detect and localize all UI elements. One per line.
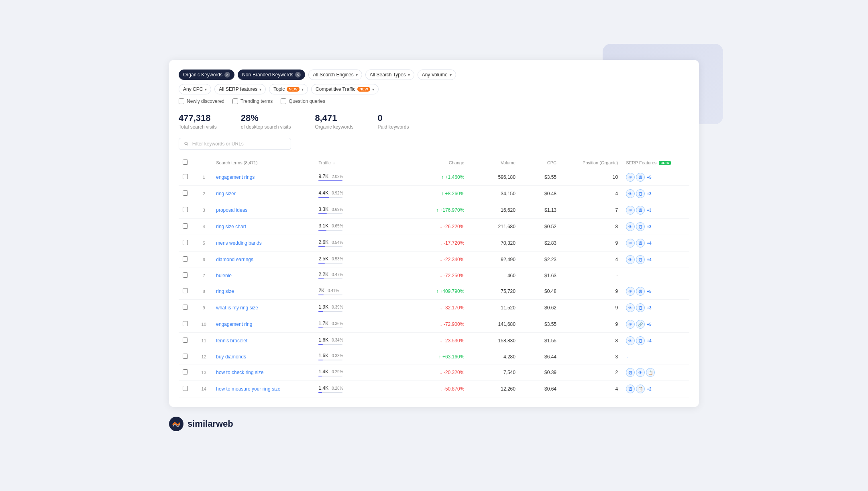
close-icon[interactable]: ✕: [295, 72, 301, 78]
filter-non-branded[interactable]: Non-Branded Keywords ✕: [238, 70, 305, 80]
chevron-down-icon: ▾: [302, 87, 304, 92]
col-header-serp[interactable]: SERP Features BETA: [622, 156, 689, 169]
serp-more: +3: [647, 306, 651, 310]
keyword-link[interactable]: ring size: [216, 288, 234, 294]
image-icon: 🖼: [626, 385, 635, 393]
row-checkbox[interactable]: [183, 256, 188, 262]
traffic-pct: 0.29%: [332, 370, 343, 374]
keyword-link[interactable]: proposal ideas: [216, 207, 247, 213]
row-checkbox-cell[interactable]: [179, 186, 196, 202]
col-header-cpc[interactable]: CPC: [520, 156, 560, 169]
filter-label: Any CPC: [183, 86, 203, 92]
traffic-bar-fill: [318, 278, 324, 279]
col-header-keyword[interactable]: Search terms (8,471): [212, 156, 314, 169]
cpc-value: $3.55: [544, 174, 556, 180]
keyword-link[interactable]: engagement ring: [216, 321, 252, 327]
keyword-link[interactable]: engagement rings: [216, 174, 255, 180]
row-checkbox-cell[interactable]: [179, 219, 196, 235]
row-keyword[interactable]: how to measure your ring size: [212, 381, 314, 397]
row-number: 8: [196, 283, 212, 300]
filter-all-search-engines[interactable]: All Search Engines ▾: [308, 70, 362, 80]
row-keyword[interactable]: diamond earrings: [212, 252, 314, 268]
volume-value: 12,260: [501, 386, 516, 392]
filter-competitive-traffic[interactable]: Competitive Traffic NEW ▾: [311, 84, 379, 94]
question-queries-checkbox[interactable]: [281, 98, 286, 104]
row-checkbox[interactable]: [183, 240, 188, 245]
row-keyword[interactable]: engagement ring: [212, 316, 314, 333]
row-keyword[interactable]: buy diamonds: [212, 349, 314, 364]
row-keyword[interactable]: how to check ring size: [212, 364, 314, 381]
row-checkbox-cell[interactable]: [179, 333, 196, 349]
filter-all-search-types[interactable]: All Search Types ▾: [365, 70, 414, 80]
row-keyword[interactable]: tennis bracelet: [212, 333, 314, 349]
filter-all-serp[interactable]: All SERP features ▾: [214, 84, 266, 94]
change-value: ↑ +1.460%: [441, 174, 464, 180]
keyword-link[interactable]: how to check ring size: [216, 370, 263, 375]
col-header-position[interactable]: Position (Organic): [560, 156, 622, 169]
row-checkbox-cell[interactable]: [179, 268, 196, 283]
filter-any-volume[interactable]: Any Volume ▾: [418, 70, 456, 80]
close-icon[interactable]: ✕: [224, 72, 230, 78]
table-row: 8 ring size 2K 0.41% ↑ +409.790% 75,720 …: [179, 283, 689, 300]
row-cpc: $3.55: [520, 316, 560, 333]
col-header-traffic[interactable]: Traffic ↓: [314, 156, 407, 169]
row-checkbox-cell[interactable]: [179, 169, 196, 186]
row-checkbox-cell[interactable]: [179, 300, 196, 316]
col-header-volume[interactable]: Volume: [468, 156, 520, 169]
row-checkbox[interactable]: [183, 386, 188, 391]
row-checkbox[interactable]: [183, 288, 188, 293]
keyword-link[interactable]: ring size chart: [216, 224, 246, 229]
keyword-link[interactable]: buy diamonds: [216, 354, 246, 360]
checkbox-trending-terms[interactable]: Trending terms: [232, 98, 273, 104]
row-checkbox[interactable]: [183, 305, 188, 310]
filter-organic-keywords[interactable]: Organic Keywords ✕: [179, 70, 234, 80]
trending-terms-checkbox[interactable]: [232, 98, 238, 104]
newly-discovered-checkbox[interactable]: [179, 98, 184, 104]
keyword-link[interactable]: tennis bracelet: [216, 338, 247, 344]
keyword-link[interactable]: what is my ring size: [216, 305, 258, 311]
keyword-link[interactable]: how to measure your ring size: [216, 386, 280, 392]
logo-text: similarweb: [187, 419, 233, 429]
row-checkbox-cell[interactable]: [179, 202, 196, 219]
row-keyword[interactable]: mens wedding bands: [212, 235, 314, 252]
row-checkbox-cell[interactable]: [179, 316, 196, 333]
row-keyword[interactable]: proposal ideas: [212, 202, 314, 219]
search-input[interactable]: [192, 141, 286, 147]
row-keyword[interactable]: what is my ring size: [212, 300, 314, 316]
row-volume: 92,490: [468, 252, 520, 268]
checkbox-newly-discovered[interactable]: Newly discovered: [179, 98, 224, 104]
filter-topic[interactable]: Topic NEW ▾: [269, 84, 308, 94]
row-keyword[interactable]: engagement rings: [212, 169, 314, 186]
checkbox-question-queries[interactable]: Question queries: [281, 98, 325, 104]
row-checkbox-cell[interactable]: [179, 381, 196, 397]
keyword-link[interactable]: ring sizer: [216, 191, 236, 196]
row-checkbox[interactable]: [183, 354, 188, 359]
row-checkbox[interactable]: [183, 338, 188, 343]
search-container[interactable]: [179, 138, 291, 150]
row-position: 4: [560, 381, 622, 397]
row-checkbox-cell[interactable]: [179, 364, 196, 381]
row-checkbox[interactable]: [183, 190, 188, 196]
row-keyword[interactable]: ring sizer: [212, 186, 314, 202]
row-checkbox-cell[interactable]: [179, 235, 196, 252]
row-checkbox-cell[interactable]: [179, 283, 196, 300]
select-all-checkbox[interactable]: [183, 160, 188, 165]
row-cpc: $0.62: [520, 300, 560, 316]
row-checkbox[interactable]: [183, 223, 188, 229]
beta-badge: BETA: [659, 161, 670, 165]
row-keyword[interactable]: bulenle: [212, 268, 314, 283]
row-checkbox-cell[interactable]: [179, 252, 196, 268]
row-checkbox[interactable]: [183, 272, 188, 278]
row-checkbox-cell[interactable]: [179, 349, 196, 364]
row-keyword[interactable]: ring size chart: [212, 219, 314, 235]
row-checkbox[interactable]: [183, 174, 188, 179]
keyword-link[interactable]: bulenle: [216, 273, 232, 278]
row-checkbox[interactable]: [183, 207, 188, 212]
col-header-change[interactable]: Change: [407, 156, 468, 169]
keyword-link[interactable]: diamond earrings: [216, 257, 253, 262]
row-checkbox[interactable]: [183, 321, 188, 326]
filter-any-cpc[interactable]: Any CPC ▾: [179, 84, 211, 94]
keyword-link[interactable]: mens wedding bands: [216, 240, 261, 246]
row-checkbox[interactable]: [183, 369, 188, 374]
row-keyword[interactable]: ring size: [212, 283, 314, 300]
